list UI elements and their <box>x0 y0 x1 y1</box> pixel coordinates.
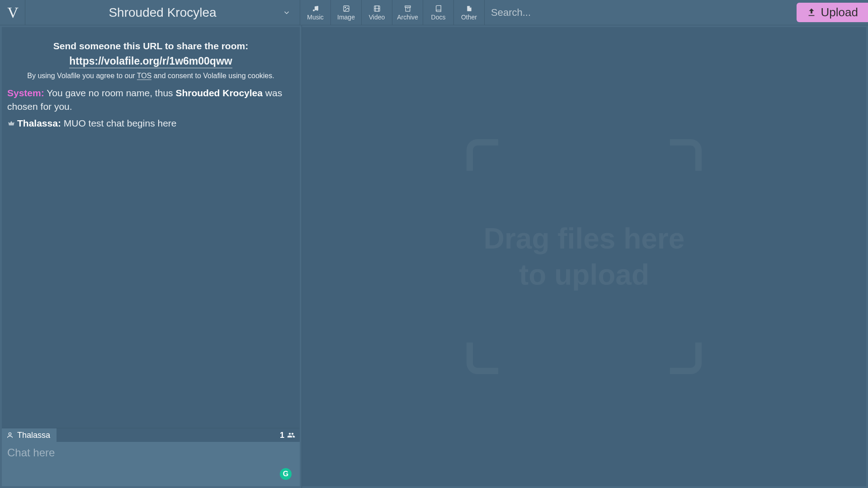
chat-message-system: System: You gave no room name, thus Shro… <box>7 86 294 114</box>
chat-content: Send someone this URL to share the room:… <box>2 27 300 428</box>
tos-post: and consent to Volafile using cookies. <box>151 72 274 80</box>
tos-line: By using Volafile you agree to our TOS a… <box>7 72 294 80</box>
upload-label: Upload <box>821 5 858 19</box>
file-icon <box>466 5 472 13</box>
filter-tabs: Music Image Video Archive Docs <box>300 0 485 25</box>
filter-archive[interactable]: Archive <box>392 0 423 25</box>
system-room-name: Shrouded Krocylea <box>175 88 263 98</box>
chat-panel-inner: Send someone this URL to share the room:… <box>2 27 300 486</box>
share-url[interactable]: https://volafile.org/r/1w6m00qww <box>69 55 232 68</box>
image-icon <box>343 5 350 13</box>
system-text-pre: You gave no room name, thus <box>44 88 176 98</box>
filter-label: Other <box>461 14 477 21</box>
dropzone[interactable]: Drag files here to upload <box>467 139 702 374</box>
user-count[interactable]: 1 <box>280 431 295 440</box>
svg-point-1 <box>316 9 318 10</box>
chevron-down-icon[interactable] <box>283 9 291 17</box>
filter-label: Music <box>307 14 324 21</box>
filter-docs[interactable]: Docs <box>423 0 454 25</box>
share-label: Send someone this URL to share the room: <box>7 41 294 52</box>
music-icon <box>312 5 319 13</box>
svg-point-11 <box>9 433 11 435</box>
logo[interactable]: V <box>0 0 25 25</box>
file-panel[interactable]: Drag files here to upload <box>302 27 866 486</box>
current-user-chip[interactable]: Thalassa <box>2 428 57 442</box>
tos-pre: By using Volafile you agree to our <box>27 72 137 80</box>
upload-icon <box>807 8 816 18</box>
filter-image[interactable]: Image <box>331 0 362 25</box>
svg-point-0 <box>313 9 315 11</box>
filter-video[interactable]: Video <box>362 0 392 25</box>
chat-username: Thalassa: <box>17 118 61 128</box>
filter-label: Image <box>337 14 355 21</box>
grammarly-icon[interactable]: G <box>280 468 292 480</box>
search-box <box>485 0 794 25</box>
chat-footer: Thalassa 1 G <box>2 428 300 486</box>
chat-text: MUO test chat begins here <box>61 118 177 128</box>
room-title: Shrouded Krocylea <box>108 5 216 20</box>
current-user-name: Thalassa <box>17 431 50 440</box>
corner-icon <box>467 343 498 374</box>
chat-userbar: Thalassa 1 <box>2 428 300 442</box>
filter-music[interactable]: Music <box>300 0 331 25</box>
main: Send someone this URL to share the room:… <box>0 25 868 488</box>
filter-label: Video <box>369 14 385 21</box>
chat-message-user: Thalassa: MUO test chat begins here <box>7 117 294 130</box>
user-count-number: 1 <box>280 431 284 440</box>
filter-label: Archive <box>397 14 418 21</box>
chat-input-row: G <box>2 442 300 486</box>
search-input[interactable] <box>491 7 788 19</box>
filter-other[interactable]: Other <box>454 0 485 25</box>
docs-icon <box>435 5 442 13</box>
chat-input[interactable] <box>2 442 300 486</box>
upload-button[interactable]: Upload <box>797 3 868 22</box>
corner-icon <box>467 139 498 171</box>
crown-icon <box>7 119 15 127</box>
logo-letter: V <box>7 4 18 21</box>
tos-link[interactable]: TOS <box>137 72 152 80</box>
share-block: Send someone this URL to share the room:… <box>7 41 294 80</box>
archive-icon <box>404 5 411 13</box>
svg-point-3 <box>344 7 345 8</box>
system-username: System: <box>7 88 44 98</box>
header: V Shrouded Krocylea Music Image Video <box>0 0 868 25</box>
room-title-box[interactable]: Shrouded Krocylea <box>25 0 300 25</box>
chat-panel: Send someone this URL to share the room:… <box>0 25 302 488</box>
dropzone-text: Drag files here to upload <box>467 221 702 293</box>
video-icon <box>373 5 381 13</box>
corner-icon <box>670 343 702 374</box>
filter-label: Docs <box>431 14 446 21</box>
svg-rect-9 <box>406 7 410 11</box>
corner-icon <box>670 139 702 171</box>
